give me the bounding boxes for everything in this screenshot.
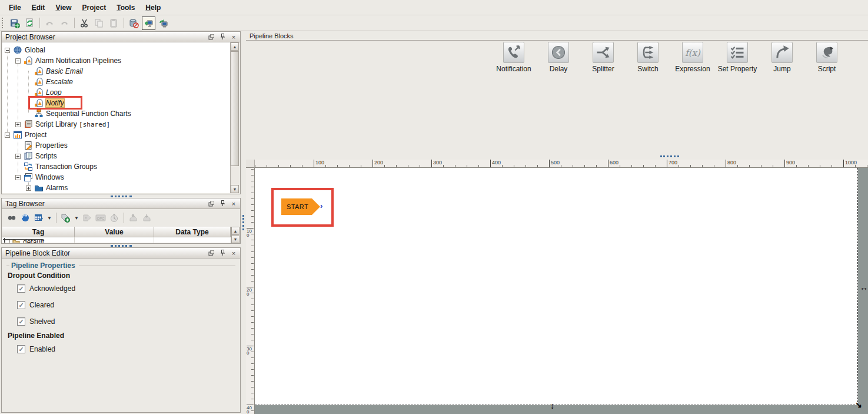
splitter-block-icon (595, 44, 611, 61)
sfc-icon (34, 109, 44, 118)
expand-toggle-icon[interactable] (5, 240, 10, 243)
close-icon[interactable]: × (229, 200, 238, 208)
opc-browse-icon[interactable]: OPC (95, 212, 107, 224)
checkbox-cleared[interactable]: ✓ Cleared (17, 301, 54, 309)
checkbox-checked-icon[interactable]: ✓ (17, 317, 25, 326)
window-icon (24, 173, 33, 182)
add-tag-icon[interactable] (59, 212, 72, 224)
splitter-canvas-horizontal[interactable] (659, 155, 680, 158)
scroll-up-icon[interactable]: ▲ (231, 42, 239, 51)
tree-item-windows[interactable]: Windows (2, 172, 230, 183)
tree-item-basic-email[interactable]: Basic Email (2, 66, 230, 77)
tree-item-sequential-function-charts[interactable]: Sequential Function Charts (2, 108, 230, 119)
tree-item-alarms[interactable]: Alarms (2, 183, 230, 193)
column-header-value[interactable]: Value (75, 227, 154, 237)
tree-item-script-library[interactable]: Script Library [shared] (2, 119, 230, 130)
checkbox-acknowledged[interactable]: ✓ Acknowledged (17, 284, 75, 293)
palette-item-set-property[interactable]: Set Property (715, 42, 760, 73)
collapse-toggle-icon[interactable] (15, 175, 21, 180)
scroll-down-icon[interactable]: ▼ (231, 185, 239, 193)
menu-bar: File Edit View Project Tools Help (0, 0, 868, 15)
checkbox-checked-icon[interactable]: ✓ (17, 345, 25, 353)
column-header-datatype[interactable]: Data Type (154, 227, 231, 237)
tree-item-properties[interactable]: Properties (2, 140, 230, 151)
paste-icon[interactable] (107, 16, 121, 30)
gateway-sync-icon[interactable] (157, 16, 170, 30)
project-tree-scrollbar[interactable]: ▲ ▼ (230, 42, 240, 193)
collapse-toggle-icon[interactable] (5, 48, 10, 53)
float-icon[interactable] (207, 200, 216, 208)
tag-table-body[interactable]: default (2, 237, 231, 243)
menu-project[interactable]: Project (77, 1, 112, 14)
palette-item-notification[interactable]: Notification (491, 42, 536, 73)
palette-item-splitter[interactable]: Splitter (581, 42, 626, 73)
save-icon[interactable] (8, 16, 22, 30)
float-icon[interactable] (207, 249, 216, 257)
comm-mode-icon[interactable] (142, 16, 155, 30)
undo-icon[interactable] (43, 16, 56, 30)
export-tags-icon[interactable] (127, 212, 139, 224)
splitter-main-vertical[interactable] (241, 31, 246, 414)
scroll-down-icon[interactable]: ▼ (231, 235, 240, 243)
pin-icon[interactable] (218, 249, 227, 257)
menu-view[interactable]: View (50, 1, 77, 14)
copy-icon[interactable] (92, 16, 106, 30)
redo-icon[interactable] (58, 16, 71, 30)
menu-file[interactable]: File (4, 1, 26, 14)
expand-toggle-icon[interactable] (15, 154, 21, 159)
scroll-up-icon[interactable]: ▲ (231, 227, 240, 235)
menu-tools[interactable]: Tools (111, 1, 140, 14)
dropdown-caret-icon[interactable]: ▼ (47, 216, 52, 221)
tree-item-scripts[interactable]: Scripts (2, 151, 230, 161)
palette-item-delay[interactable]: Delay (536, 42, 581, 73)
menu-help[interactable]: Help (140, 1, 166, 14)
dropdown-caret-icon[interactable]: ▼ (74, 216, 79, 221)
project-tree[interactable]: Global Alarm Notification Pipelines Basi… (2, 42, 240, 193)
checkbox-enabled[interactable]: ✓ Enabled (17, 345, 55, 353)
column-header-tag[interactable]: Tag (2, 227, 75, 237)
collapse-toggle-icon[interactable] (5, 133, 10, 138)
pipeline-canvas[interactable]: START › (255, 168, 858, 405)
column-select-icon[interactable] (32, 212, 45, 224)
tree-item-alarm-notification-pipelines[interactable]: Alarm Notification Pipelines (2, 55, 230, 66)
canvas-resize-corner-icon[interactable]: ↘ (855, 400, 862, 409)
find-icon[interactable] (5, 212, 18, 224)
tree-item-project[interactable]: Project (2, 130, 230, 140)
tree-item-transaction-groups[interactable]: Transaction Groups (2, 161, 230, 172)
delay-block-icon (550, 44, 567, 61)
tree-item-escalate[interactable]: Escalate (2, 77, 230, 87)
palette-item-jump[interactable]: Jump (760, 42, 804, 73)
float-icon[interactable] (207, 33, 216, 41)
canvas-resize-bottom-icon[interactable]: ↕ (550, 402, 554, 410)
checkbox-checked-icon[interactable]: ✓ (17, 284, 25, 293)
expand-toggle-icon[interactable] (26, 186, 31, 191)
palette-item-expression[interactable]: f(x) Expression (670, 42, 715, 73)
collapse-toggle-icon[interactable] (15, 58, 21, 64)
toolbar-grip[interactable] (2, 18, 5, 28)
close-icon[interactable]: × (229, 249, 238, 257)
tag-browser-titlebar: Tag Browser × (2, 198, 240, 209)
menu-edit[interactable]: Edit (26, 1, 51, 14)
db-connection-blocked-icon[interactable] (127, 16, 141, 30)
pin-icon[interactable] (218, 200, 227, 208)
palette-item-script[interactable]: Script (804, 42, 849, 73)
timer-icon[interactable] (108, 212, 121, 224)
canvas-resize-right-icon[interactable]: ↔ (860, 283, 868, 292)
tag-table-scrollbar[interactable]: ▲ ▼ (231, 227, 240, 243)
section-pipeline-properties: Pipeline Properties (6, 261, 235, 270)
browse-refresh-icon[interactable] (19, 212, 31, 224)
edit-tag-icon[interactable] (81, 212, 94, 224)
tag-row-default[interactable]: default (2, 237, 44, 243)
scroll-thumb[interactable] (231, 51, 239, 166)
expand-toggle-icon[interactable] (15, 122, 21, 127)
palette-item-switch[interactable]: Switch (626, 42, 670, 73)
checkbox-shelved[interactable]: ✓ Shelved (17, 317, 55, 326)
import-tags-icon[interactable] (141, 212, 153, 224)
checkbox-checked-icon[interactable]: ✓ (17, 301, 25, 309)
annotation-box-notify (28, 96, 82, 110)
close-icon[interactable]: × (229, 33, 238, 41)
cut-icon[interactable] (78, 16, 91, 30)
pin-icon[interactable] (218, 33, 227, 41)
update-project-icon[interactable] (23, 16, 36, 30)
tree-item-global[interactable]: Global (2, 45, 230, 55)
